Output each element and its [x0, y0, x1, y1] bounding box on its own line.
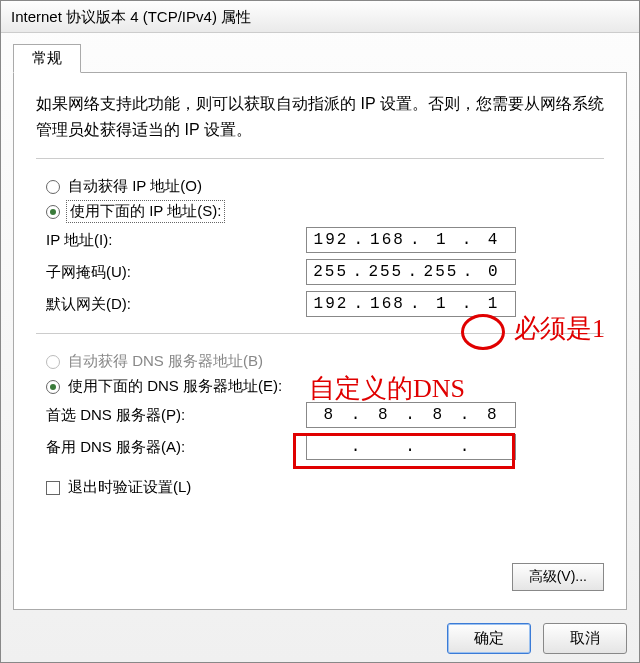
- input-gateway[interactable]: 192. 168. 1. 1: [306, 291, 516, 317]
- input-subnet-mask[interactable]: 255. 255. 255. 0: [306, 259, 516, 285]
- label-ip: IP 地址(I):: [46, 231, 306, 250]
- ip-seg: 192: [314, 231, 349, 249]
- label-pref-dns: 首选 DNS 服务器(P):: [46, 406, 306, 425]
- description-text: 如果网络支持此功能，则可以获取自动指派的 IP 设置。否则，您需要从网络系统管理…: [36, 91, 604, 142]
- input-alt-dns[interactable]: . . .: [306, 434, 516, 460]
- tab-strip: 常规: [1, 33, 639, 72]
- group-ip: 自动获得 IP 地址(O) 使用下面的 IP 地址(S): IP 地址(I): …: [36, 158, 604, 317]
- ip-seg: 255: [424, 263, 459, 281]
- ip-seg: 1: [427, 231, 457, 249]
- window-title: Internet 协议版本 4 (TCP/IPv4) 属性: [1, 1, 639, 33]
- radio-auto-ip[interactable]: 自动获得 IP 地址(O): [46, 177, 604, 196]
- radio-manual-ip[interactable]: 使用下面的 IP 地址(S):: [46, 202, 604, 221]
- button-label: 高级(V)...: [529, 568, 587, 584]
- radio-label: 使用下面的 IP 地址(S):: [68, 202, 223, 221]
- ip-seg: 8: [478, 406, 508, 424]
- label-mask: 子网掩码(U):: [46, 263, 306, 282]
- button-label: 取消: [570, 629, 600, 646]
- radio-label: 使用下面的 DNS 服务器地址(E):: [68, 377, 282, 396]
- row-alt-dns: 备用 DNS 服务器(A): . . .: [46, 434, 604, 460]
- radio-icon: [46, 205, 60, 219]
- button-label: 确定: [474, 629, 504, 646]
- checkbox-validate[interactable]: 退出时验证设置(L): [46, 478, 604, 497]
- input-pref-dns[interactable]: 8. 8. 8. 8: [306, 402, 516, 428]
- ok-button[interactable]: 确定: [447, 623, 531, 654]
- dialog-footer: 确定 取消: [447, 623, 627, 654]
- ip-seg: 1: [478, 295, 508, 313]
- checkbox-icon: [46, 481, 60, 495]
- ip-seg: 4: [478, 231, 508, 249]
- ip-seg: 8: [369, 406, 399, 424]
- title-text: Internet 协议版本 4 (TCP/IPv4) 属性: [11, 8, 251, 25]
- row-gateway: 默认网关(D): 192. 168. 1. 1: [46, 291, 604, 317]
- radio-auto-dns: 自动获得 DNS 服务器地址(B): [46, 352, 604, 371]
- tab-general[interactable]: 常规: [13, 44, 81, 73]
- ip-seg: 192: [314, 295, 349, 313]
- tab-label: 常规: [32, 49, 62, 66]
- ip-seg: 168: [370, 231, 405, 249]
- row-pref-dns: 首选 DNS 服务器(P): 8. 8. 8. 8: [46, 402, 604, 428]
- label-gateway: 默认网关(D):: [46, 295, 306, 314]
- ip-seg: 0: [479, 263, 509, 281]
- row-ip-address: IP 地址(I): 192. 168. 1. 4: [46, 227, 604, 253]
- ip-seg: 255: [368, 263, 403, 281]
- cancel-button[interactable]: 取消: [543, 623, 627, 654]
- radio-icon: [46, 355, 60, 369]
- radio-icon: [46, 180, 60, 194]
- radio-label: 自动获得 DNS 服务器地址(B): [68, 352, 263, 371]
- panel-general: 如果网络支持此功能，则可以获取自动指派的 IP 设置。否则，您需要从网络系统管理…: [13, 72, 627, 610]
- ip-seg: 168: [370, 295, 405, 313]
- ip-seg: 8: [314, 406, 344, 424]
- radio-label: 自动获得 IP 地址(O): [68, 177, 202, 196]
- advanced-button[interactable]: 高级(V)...: [512, 563, 604, 591]
- ip-seg: 1: [427, 295, 457, 313]
- label-alt-dns: 备用 DNS 服务器(A):: [46, 438, 306, 457]
- group-dns: 自动获得 DNS 服务器地址(B) 使用下面的 DNS 服务器地址(E): 首选…: [36, 333, 604, 460]
- radio-icon: [46, 380, 60, 394]
- ip-seg: 8: [423, 406, 453, 424]
- radio-manual-dns[interactable]: 使用下面的 DNS 服务器地址(E):: [46, 377, 604, 396]
- row-subnet-mask: 子网掩码(U): 255. 255. 255. 0: [46, 259, 604, 285]
- ip-seg: 255: [313, 263, 348, 281]
- checkbox-label: 退出时验证设置(L): [68, 478, 191, 497]
- input-ip-address[interactable]: 192. 168. 1. 4: [306, 227, 516, 253]
- dialog-window: Internet 协议版本 4 (TCP/IPv4) 属性 常规 如果网络支持此…: [0, 0, 640, 663]
